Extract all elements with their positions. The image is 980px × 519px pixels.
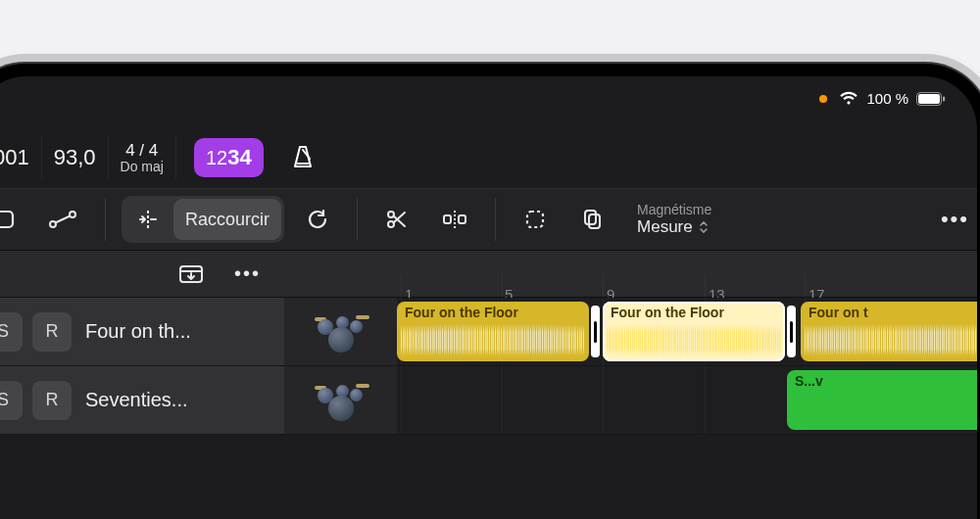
region-handle[interactable] [787, 306, 796, 357]
region-label: Four on the Floor [611, 305, 777, 320]
audio-region[interactable]: Four on t [801, 302, 977, 361]
record-enable-button[interactable]: R [32, 381, 72, 420]
lcd-timesig-value: 4 / 4 [125, 142, 158, 160]
waveform-icon [805, 323, 977, 357]
svg-rect-6 [0, 212, 13, 227]
snap-menu[interactable]: Magnétisme Mesure [637, 202, 711, 237]
instrument-icon-cell[interactable] [284, 298, 397, 365]
snap-value: Mesure [637, 217, 693, 237]
lcd-signature-key[interactable]: 4 / 4 Do maj [109, 136, 176, 180]
audio-region-selected[interactable]: Four on the Floor [603, 302, 785, 361]
lcd-display[interactable]: 001 93,0 4 / 4 Do maj [0, 136, 176, 180]
trim-direction-button[interactable] [124, 199, 172, 240]
track-lane[interactable]: S...v [397, 366, 977, 434]
track-header[interactable]: S R Seventies... [0, 366, 284, 434]
toolbar-divider [357, 198, 358, 241]
region-label: Four on t [808, 305, 977, 320]
marquee-tool-button[interactable] [0, 199, 26, 240]
svg-point-8 [70, 212, 75, 217]
toolbar-more-button[interactable]: ••• [941, 207, 969, 232]
trim-segment: Raccourcir [122, 196, 284, 243]
svg-rect-20 [589, 214, 600, 228]
transport-bar: 001 93,0 4 / 4 Do maj 1234 ? [0, 129, 977, 186]
recording-indicator-dot [819, 95, 827, 103]
lcd-tempo[interactable]: 93,0 [42, 136, 109, 180]
drumkit-icon [315, 380, 368, 421]
midi-region[interactable]: S...v [787, 370, 977, 430]
edit-toolbar: Raccourcir Magnétisme [0, 188, 977, 251]
track-name: Seventies... [85, 389, 188, 411]
record-enable-button[interactable]: R [32, 312, 72, 352]
split-tool-button[interactable] [430, 199, 479, 240]
battery-icon [916, 92, 946, 106]
svg-rect-17 [459, 215, 466, 223]
count-in-leading: 12 [206, 147, 227, 169]
wifi-icon [839, 91, 858, 106]
app-screen: 100 % 001 93,0 4 / 4 Do maj 1234 [0, 76, 977, 519]
svg-line-9 [56, 216, 71, 223]
svg-point-7 [50, 221, 56, 227]
device-frame: 100 % 001 93,0 4 / 4 Do maj 1234 [0, 64, 980, 519]
count-in-button[interactable]: 1234 [194, 138, 264, 177]
loop-tool-button[interactable] [294, 199, 341, 240]
select-tool-button[interactable] [512, 199, 559, 240]
track-name: Four on th... [85, 320, 191, 343]
svg-rect-19 [585, 211, 596, 224]
automation-tool-button[interactable] [36, 199, 89, 240]
chevron-updown-icon [699, 220, 709, 234]
drumkit-icon [315, 311, 368, 353]
lcd-position-value: 001 [0, 145, 29, 170]
track-lane[interactable]: Four on the Floor Four on the Floor Four… [397, 298, 977, 365]
instrument-icon-cell[interactable] [284, 366, 397, 434]
tracks-area: S R Four on th... Four on the [0, 298, 977, 519]
scissors-tool-button[interactable] [373, 199, 420, 240]
tracks-header-strip: ••• 1 5 9 13 17 [0, 251, 977, 298]
track-options-button[interactable]: ••• [228, 254, 267, 295]
toolbar-divider [495, 198, 496, 241]
svg-rect-2 [943, 96, 945, 101]
svg-rect-1 [918, 94, 940, 104]
region-handle[interactable] [591, 306, 600, 357]
region-label: S...v [795, 373, 977, 389]
lcd-tempo-value: 93,0 [54, 145, 96, 170]
solo-button[interactable]: S [0, 312, 23, 352]
region-label: Four on the Floor [405, 305, 581, 320]
svg-rect-16 [444, 215, 451, 223]
trim-mode-button[interactable]: Raccourcir [173, 199, 281, 240]
import-button[interactable] [172, 254, 211, 295]
toolbar-divider [105, 198, 106, 241]
trim-mode-label: Raccourcir [185, 210, 270, 230]
battery-percent: 100 % [866, 90, 908, 107]
lcd-key-value: Do maj [121, 160, 164, 174]
status-bar: 100 % [819, 90, 946, 107]
track-header[interactable]: S R Four on th... [0, 298, 284, 365]
svg-rect-18 [527, 212, 543, 227]
track-row: S R Seventies... S...v [0, 366, 977, 435]
copy-tool-button[interactable] [568, 199, 615, 240]
audio-region[interactable]: Four on the Floor [397, 302, 589, 361]
waveform-icon [607, 323, 781, 357]
metronome-button[interactable] [281, 138, 324, 177]
track-row: S R Four on th... Four on the [0, 298, 977, 366]
solo-button[interactable]: S [0, 381, 23, 420]
lcd-position[interactable]: 001 [0, 136, 42, 180]
trackhead-controls: ••• [0, 254, 284, 295]
waveform-icon [401, 323, 585, 357]
count-in-bold: 34 [227, 145, 251, 170]
snap-label: Magnétisme [637, 202, 711, 217]
